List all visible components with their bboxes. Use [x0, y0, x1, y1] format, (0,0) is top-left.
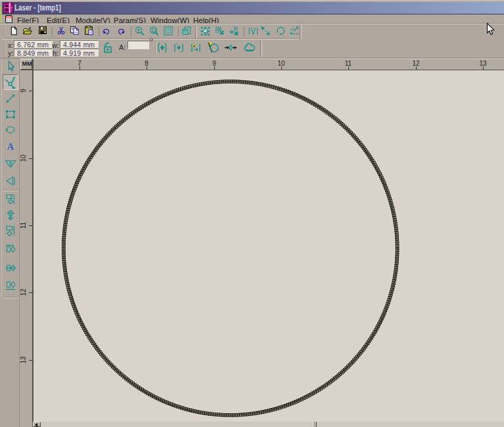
svg-text:DOC: DOC	[6, 16, 13, 19]
svg-text:A: A	[7, 141, 14, 152]
